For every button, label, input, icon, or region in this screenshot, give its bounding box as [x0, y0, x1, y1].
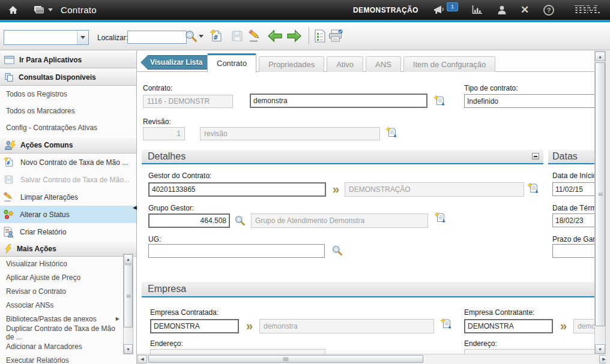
clear-changes-button[interactable] [247, 28, 264, 44]
action-associar-anss[interactable]: Associar ANSs [0, 298, 136, 312]
sign-out-button[interactable]: ✕ [519, 0, 531, 20]
tab-propriedades[interactable]: Propriedades [259, 56, 324, 72]
search-icon [184, 29, 198, 43]
revisao-desc-field: revisão [200, 127, 380, 140]
action-label: Biblioteca/Pastas de anexos [6, 315, 97, 323]
action-adicionar-marcadores[interactable]: Adicionar a Marcadores [0, 339, 136, 353]
tab-row: Visualizar Lista Contrato Propriedades A… [137, 51, 594, 72]
thumb-grip [598, 193, 602, 196]
detail-menu-icon[interactable] [433, 95, 445, 107]
scroll-up-button[interactable]: ▲ [595, 52, 605, 61]
action-duplicar-contrato[interactable]: Duplicar Contrato de Taxa de Mão de ... [0, 326, 136, 339]
tab-item-configuracao[interactable]: Item de Confguração [403, 56, 495, 72]
app-switcher-icon [34, 5, 45, 14]
find-input[interactable] [127, 31, 187, 44]
action-limpar-alteracoes[interactable]: Limpar Alterações [0, 188, 136, 206]
query-combobox-value [4, 31, 77, 44]
svg-text:#: # [7, 160, 10, 166]
close-icon: ✕ [521, 5, 529, 15]
action-aplicar-ajuste[interactable]: Aplicar Ajuste de Preço [0, 270, 136, 284]
ug-label: UG: [148, 235, 161, 243]
empresa-contratada-input[interactable] [150, 319, 239, 333]
grupo-gestor-label: Grupo Gestor: [148, 204, 194, 212]
help-icon: ? [543, 5, 554, 16]
tab-contrato[interactable]: Contrato [207, 53, 256, 73]
action-executar-relatorios[interactable]: Executar Relatórios [0, 353, 136, 364]
data-termino-input[interactable] [552, 213, 594, 227]
scroll-down-button[interactable]: ▼ [124, 344, 133, 354]
action-alterar-status[interactable]: Alterar o Status [0, 206, 136, 223]
search-icon[interactable] [234, 215, 246, 226]
grupo-gestor-input[interactable] [148, 213, 230, 228]
scrollbar-thumb[interactable] [595, 62, 605, 326]
more-actions-list: Visualizar Histórico Aplicar Ajuste de P… [0, 257, 136, 364]
sidebar-header-more-actions[interactable]: Mais Ações [0, 240, 136, 257]
chevron-detail-icon[interactable]: » [333, 185, 339, 193]
ug-input[interactable] [148, 244, 325, 258]
action-visualizar-historico[interactable]: Visualizar Histórico [0, 257, 136, 270]
detail-menu-icon[interactable] [440, 318, 452, 330]
sidebar-scrollbar[interactable]: ▲ ▼ [123, 254, 133, 354]
query-label: Todos os Registros [6, 90, 67, 98]
minimize-section-button[interactable] [532, 153, 539, 160]
svg-text:#: # [214, 34, 218, 41]
contrato-desc-input[interactable] [250, 94, 427, 108]
announcements-button[interactable] [432, 0, 447, 20]
home-button[interactable] [6, 0, 19, 20]
search-icon[interactable] [331, 245, 343, 256]
sidebar-header-queries[interactable]: Consultas Disponíveis [0, 68, 136, 86]
detail-menu-icon[interactable] [385, 127, 397, 139]
empresa-contratada-desc-field: demonstra [259, 319, 434, 333]
print-button[interactable] [327, 28, 344, 44]
scrollbar-thumb[interactable] [124, 264, 133, 327]
sidebar-header-common-actions[interactable]: Ações Comuns [0, 136, 136, 154]
query-combobox[interactable] [4, 30, 89, 45]
app-switcher-button[interactable] [33, 0, 53, 20]
view-list-button[interactable]: Visualizar Lista [148, 55, 209, 70]
gestor-input[interactable] [148, 182, 326, 197]
search-options-button[interactable] [197, 28, 205, 44]
tab-ans[interactable]: ANS [366, 56, 401, 72]
tab-ativo[interactable]: Ativo [327, 56, 363, 72]
prazo-garantia-input[interactable] [552, 244, 594, 258]
action-novo-contrato[interactable]: # Novo Contrato de Taxa de Mão ... [0, 154, 136, 171]
sidebar-item-todos-marcadores[interactable]: Todos os Marcadores [0, 103, 136, 119]
grupo-gestor-desc-field: Grupo de Atendimento Demonstra [251, 213, 428, 228]
new-record-button[interactable]: # [208, 28, 225, 44]
data-inicio-input[interactable] [552, 182, 594, 196]
query-label: Todos os Marcadores [6, 107, 75, 115]
scroll-up-button[interactable]: ▲ [124, 254, 133, 264]
sidebar-item-config-contratacoes[interactable]: Config - Contratações Ativas [0, 119, 136, 136]
empresa-contratante-input[interactable] [464, 319, 553, 333]
datas-header: Datas [548, 150, 594, 164]
chevron-detail-icon[interactable]: » [246, 321, 253, 330]
save-icon [230, 29, 244, 43]
help-button[interactable]: ? [543, 0, 555, 20]
chevron-detail-icon[interactable]: » [560, 321, 567, 330]
tipo-contrato-input[interactable] [464, 94, 594, 108]
scroll-down-button[interactable]: ▼ [595, 344, 605, 354]
sidebar-header-go-to[interactable]: Ir Para Aplicativos [0, 51, 136, 68]
previous-record-button[interactable] [267, 28, 283, 44]
query-combobox-button[interactable] [77, 31, 88, 44]
toolbar: Localizar: # [0, 22, 610, 50]
scrollbar-thumb[interactable] [148, 355, 423, 363]
query-label: Config - Contratações Ativas [6, 124, 97, 132]
action-criar-relatorio[interactable]: Criar Relatório [0, 223, 136, 240]
printer-icon [328, 29, 343, 43]
scroll-left-button[interactable]: ◀ [137, 355, 147, 363]
sidebar-collapse-handle[interactable]: ◀ [133, 204, 137, 210]
horizontal-scrollbar[interactable]: ◀ ▶ [137, 354, 610, 364]
action-revisar-contrato[interactable]: Revisar o Contrato [0, 284, 136, 298]
profile-button[interactable] [496, 0, 508, 20]
megaphone-icon [433, 5, 446, 15]
detail-menu-icon[interactable] [434, 212, 446, 224]
vertical-scrollbar[interactable]: ▲ ▼ [594, 51, 606, 354]
select-action-button[interactable] [312, 28, 328, 44]
detail-menu-icon[interactable] [527, 182, 539, 194]
user-environment-label: DEMONSTRAÇÃO [353, 0, 418, 20]
bar-chart-icon [472, 5, 482, 14]
sidebar-item-todos-registros[interactable]: Todos os Registros [0, 86, 136, 103]
reports-button[interactable] [471, 0, 483, 20]
next-record-button[interactable] [286, 28, 303, 44]
